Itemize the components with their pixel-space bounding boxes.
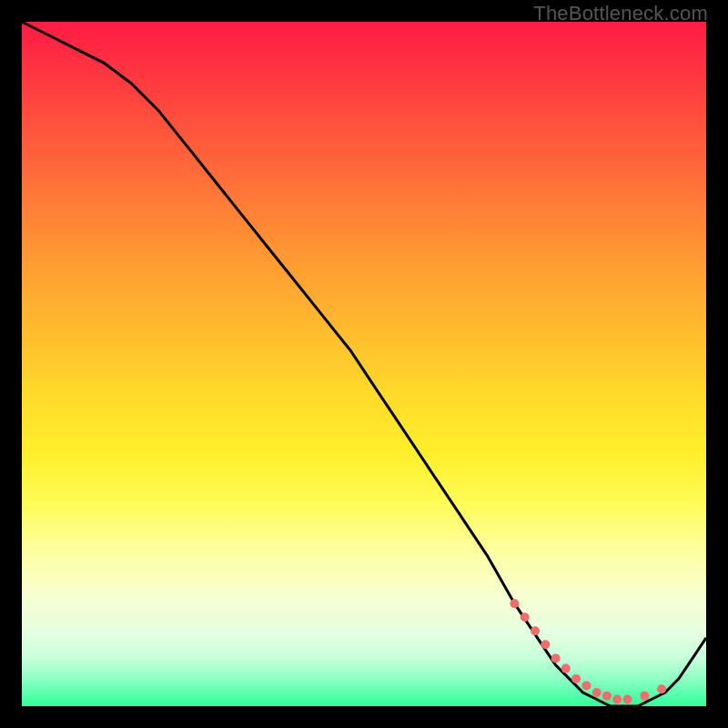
bottleneck-curve-svg: [22, 22, 706, 706]
data-point: [602, 692, 612, 701]
data-point: [612, 695, 622, 704]
data-point: [510, 599, 519, 608]
data-point: [571, 674, 581, 683]
data-point: [657, 684, 666, 693]
chart-frame: TheBottleneck.com: [0, 0, 728, 728]
data-point: [521, 612, 530, 622]
data-point: [592, 688, 602, 697]
data-point: [531, 626, 540, 635]
data-point: [541, 640, 550, 649]
data-point: [561, 664, 571, 673]
data-point: [551, 653, 561, 662]
data-point: [623, 695, 632, 704]
data-point: [640, 692, 649, 701]
data-point: [581, 681, 591, 690]
data-point-markers: [510, 599, 666, 703]
bottleneck-curve: [22, 22, 706, 706]
